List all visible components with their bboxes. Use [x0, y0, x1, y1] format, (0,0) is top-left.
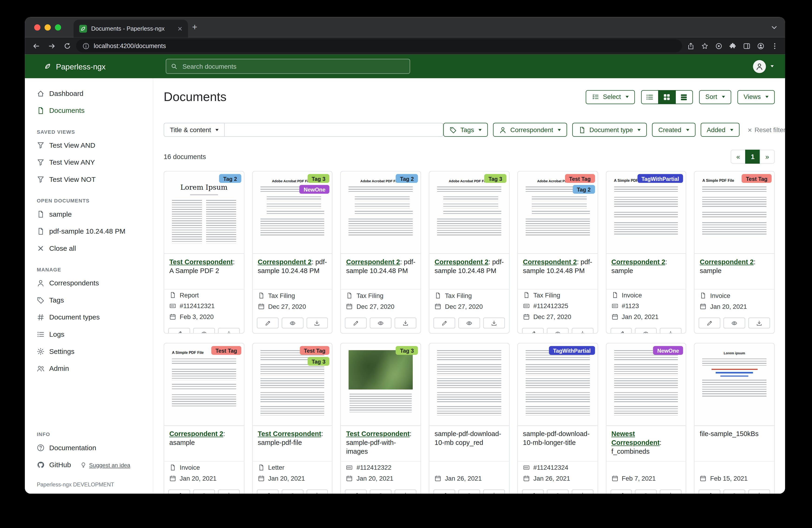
download-document-button[interactable]	[749, 489, 770, 494]
document-correspondent-link[interactable]: Correspondent 2	[611, 258, 665, 266]
edit-document-button[interactable]	[168, 489, 190, 494]
reset-filters-button[interactable]: × Reset filters	[748, 126, 785, 133]
edit-document-button[interactable]	[610, 489, 632, 494]
document-correspondent-link[interactable]: Newest Correspondent	[611, 430, 660, 446]
extensions-puzzle-icon[interactable]	[729, 42, 736, 49]
pagination-page-1-button[interactable]: 1	[745, 150, 760, 164]
document-thumbnail[interactable]	[430, 343, 509, 426]
document-correspondent-link[interactable]: Correspondent 2	[258, 258, 311, 266]
sidebar-item-close-all[interactable]: Close all	[25, 240, 153, 257]
tag-badge-tag-3[interactable]: Tag 3	[396, 346, 418, 355]
download-document-button[interactable]	[660, 328, 682, 334]
document-title-link[interactable]: Test Correspondent: A Sample PDF 2	[164, 254, 244, 289]
view-document-button[interactable]	[281, 318, 303, 329]
tag-badge-tag-2[interactable]: Tag 2	[573, 185, 595, 194]
tag-badge-tag-3[interactable]: Tag 3	[484, 174, 506, 183]
sidebar-item-github[interactable]: GitHubSuggest an idea	[25, 456, 153, 473]
page-status-icon[interactable]	[715, 42, 722, 49]
document-thumbnail[interactable]: Lorem IpsumTag 2	[164, 171, 244, 254]
tag-badge-test-tag[interactable]: Test Tag	[300, 346, 330, 355]
document-thumbnail[interactable]: Adobe Acrobat PDF FilesTag 3NewOne	[252, 171, 332, 254]
edit-document-button[interactable]	[257, 489, 278, 494]
sidebar-item-logs[interactable]: Logs	[25, 326, 153, 343]
view-document-button[interactable]	[458, 489, 480, 494]
document-correspondent-link[interactable]: Correspondent 2	[523, 258, 577, 266]
sidebar-item-test-view-not[interactable]: Test View NOT	[25, 171, 153, 188]
document-thumbnail[interactable]: Adobe Acrobat PDF FilesTag 3	[430, 171, 509, 254]
view-document-button[interactable]	[547, 328, 568, 334]
browser-profile-icon[interactable]	[757, 42, 765, 49]
view-document-button[interactable]	[724, 318, 745, 329]
sidebar-item-test-view-any[interactable]: Test View ANY	[25, 154, 153, 171]
document-thumbnail[interactable]: Tag 3	[341, 343, 421, 426]
document-title-link[interactable]: Correspondent 2: pdf-sample 10.24.48 PM	[341, 254, 421, 289]
sidebar-item-pdf-sample-10-24-48-pm[interactable]: pdf-sample 10.24.48 PM	[25, 223, 153, 240]
search-input[interactable]	[181, 62, 405, 71]
document-correspondent-link[interactable]: Test Correspondent	[170, 258, 233, 266]
download-document-button[interactable]	[218, 328, 240, 334]
side-panel-icon[interactable]	[743, 42, 750, 49]
site-info-icon[interactable]	[83, 42, 90, 49]
document-thumbnail[interactable]: TagWithPartial	[518, 343, 597, 426]
document-thumbnail[interactable]: NewOne	[606, 343, 686, 426]
download-document-button[interactable]	[483, 318, 505, 329]
edit-document-button[interactable]	[345, 318, 367, 329]
sidebar-item-documents[interactable]: Documents	[25, 102, 153, 119]
filter-document-type-button[interactable]: Document type	[572, 123, 647, 137]
document-correspondent-link[interactable]: Test Correspondent	[346, 430, 409, 438]
edit-document-button[interactable]	[522, 328, 543, 334]
views-button[interactable]: Views	[738, 90, 775, 104]
sidebar-item-settings[interactable]: Settings	[25, 343, 153, 360]
tab-close-icon[interactable]	[175, 24, 184, 33]
document-correspondent-link[interactable]: Correspondent 2	[700, 258, 754, 266]
document-title-link[interactable]: Newest Correspondent: f_combineds	[606, 426, 686, 461]
tag-badge-tagwithpartial[interactable]: TagWithPartial	[637, 174, 683, 183]
document-correspondent-link[interactable]: Test Correspondent	[258, 430, 321, 438]
edit-document-button[interactable]	[434, 318, 455, 329]
tag-badge-tag-2[interactable]: Tag 2	[396, 174, 418, 183]
sidebar-item-documentation[interactable]: Documentation	[25, 439, 153, 456]
document-thumbnail[interactable]: A Simple PDF FileTagWithPartial	[606, 171, 686, 254]
reload-button[interactable]	[63, 42, 71, 49]
view-document-button[interactable]	[370, 489, 392, 494]
filter-field-dropdown[interactable]: Title & content	[164, 123, 225, 137]
download-document-button[interactable]	[749, 318, 770, 329]
download-document-button[interactable]	[571, 489, 593, 494]
tag-badge-tag-3[interactable]: Tag 3	[308, 357, 330, 366]
window-minimize-button[interactable]	[45, 24, 51, 30]
sidebar-item-sample[interactable]: sample	[25, 206, 153, 223]
document-title-link[interactable]: Correspondent 2: asample	[164, 426, 244, 461]
select-button[interactable]: Select	[586, 90, 635, 104]
document-title-link[interactable]: file-sample_150kBs	[695, 426, 774, 461]
pagination-next-button[interactable]: »	[760, 150, 775, 164]
edit-document-button[interactable]	[257, 318, 278, 329]
sidebar-item-document-types[interactable]: Document types	[25, 309, 153, 326]
document-correspondent-link[interactable]: Correspondent 2	[346, 258, 400, 266]
forward-button[interactable]	[48, 42, 55, 49]
tag-badge-newone[interactable]: NewOne	[653, 346, 683, 355]
view-document-button[interactable]	[635, 489, 657, 494]
title-content-filter-input[interactable]	[225, 123, 443, 137]
window-close-button[interactable]	[34, 24, 40, 30]
document-thumbnail[interactable]: A Simple PDF FileTest Tag	[695, 171, 774, 254]
document-title-link[interactable]: Correspondent 2: pdf-sample 10.24.48 PM	[252, 254, 332, 289]
download-document-button[interactable]	[395, 489, 416, 494]
new-tab-button[interactable]: +	[188, 18, 202, 36]
window-zoom-button[interactable]	[55, 24, 61, 30]
view-document-button[interactable]	[193, 489, 215, 494]
tag-badge-tagwithpartial[interactable]: TagWithPartial	[549, 346, 595, 355]
document-thumbnail[interactable]: Test TagTag 3	[252, 343, 332, 426]
download-document-button[interactable]	[395, 318, 416, 329]
view-document-button[interactable]	[281, 489, 303, 494]
document-thumbnail[interactable]: Adobe Acrobat PDF FilesTest TagTag 2	[518, 171, 597, 254]
sidebar-item-admin[interactable]: Admin	[25, 360, 153, 377]
download-document-button[interactable]	[218, 489, 240, 494]
document-title-link[interactable]: sample-pdf-download-10-mb copy_red	[430, 426, 509, 461]
document-title-link[interactable]: Correspondent 2: pdf-sample 10.24.48 PM	[518, 254, 597, 289]
document-title-link[interactable]: Correspondent 2: pdf-sample 10.24.48 PM	[430, 254, 509, 289]
share-icon[interactable]	[687, 42, 694, 49]
sidebar-item-dashboard[interactable]: Dashboard	[25, 85, 153, 102]
tag-badge-newone[interactable]: NewOne	[300, 185, 329, 194]
document-title-link[interactable]: Correspondent 2: sample	[606, 254, 686, 289]
edit-document-button[interactable]	[345, 489, 367, 494]
